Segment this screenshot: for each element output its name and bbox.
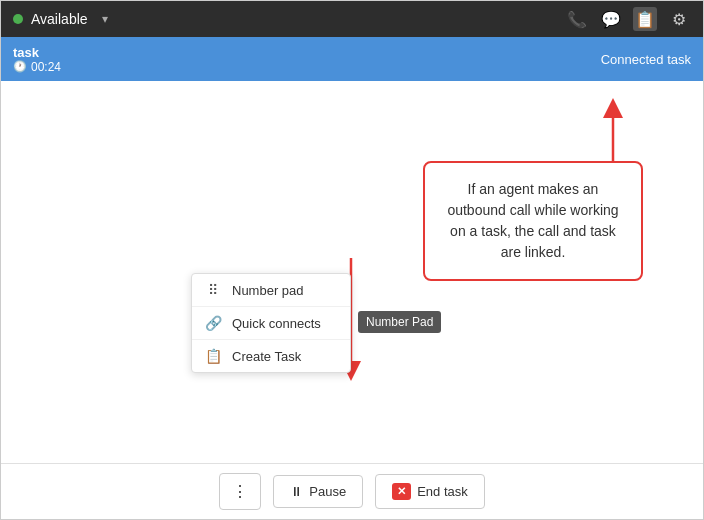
task-bar: task 🕐 00:24 Connected task <box>1 37 703 81</box>
timer-value: 00:24 <box>31 60 61 74</box>
menu-item-createtask[interactable]: 📋 Create Task <box>192 340 350 372</box>
top-bar-icons: 📞 💬 📋 ⚙ <box>565 7 691 31</box>
info-box-text: If an agent makes an outbound call while… <box>447 181 618 260</box>
bottom-bar: ⋮ ⏸ Pause ✕ End task <box>1 463 703 519</box>
menu-item-numberpad[interactable]: ⠿ Number pad <box>192 274 350 307</box>
task-bar-info: task 🕐 00:24 <box>13 45 61 74</box>
grid-icon: ⠿ <box>204 282 222 298</box>
top-bar: Available ▾ 📞 💬 📋 ⚙ <box>1 1 703 37</box>
menu-label-createtask: Create Task <box>232 349 301 364</box>
task-timer: 🕐 00:24 <box>13 60 61 74</box>
pause-icon: ⏸ <box>290 484 303 499</box>
status-area: Available ▾ <box>13 11 565 27</box>
menu-label-numberpad: Number pad <box>232 283 304 298</box>
chat-icon[interactable]: 💬 <box>599 7 623 31</box>
task-nav-icon[interactable]: 📋 <box>633 7 657 31</box>
menu-panel: ⠿ Number pad 🔗 Quick connects 📋 Create T… <box>191 273 351 373</box>
create-task-icon: 📋 <box>204 348 222 364</box>
pause-button[interactable]: ⏸ Pause <box>273 475 363 508</box>
status-label: Available <box>31 11 88 27</box>
dots-icon: ⋮ <box>232 482 248 501</box>
connect-icon: 🔗 <box>204 315 222 331</box>
numpad-tooltip: Number Pad <box>358 311 441 333</box>
pause-label: Pause <box>309 484 346 499</box>
status-dot <box>13 14 23 24</box>
phone-icon[interactable]: 📞 <box>565 7 589 31</box>
task-name-label: task <box>13 45 61 60</box>
connected-label: Connected task <box>601 52 691 67</box>
timer-icon: 🕐 <box>13 60 27 73</box>
info-box: If an agent makes an outbound call while… <box>423 161 643 281</box>
settings-icon[interactable]: ⚙ <box>667 7 691 31</box>
app-window: Available ▾ 📞 💬 📋 ⚙ task 🕐 00:24 Connect… <box>0 0 704 520</box>
numpad-tooltip-text: Number Pad <box>366 315 433 329</box>
end-task-label: End task <box>417 484 468 499</box>
end-task-button[interactable]: ✕ End task <box>375 474 485 509</box>
end-task-x-icon: ✕ <box>392 483 411 500</box>
more-options-button[interactable]: ⋮ <box>219 473 261 510</box>
menu-label-quickconnects: Quick connects <box>232 316 321 331</box>
menu-item-quickconnects[interactable]: 🔗 Quick connects <box>192 307 350 340</box>
main-content: If an agent makes an outbound call while… <box>1 81 703 463</box>
status-dropdown-icon[interactable]: ▾ <box>102 12 108 26</box>
